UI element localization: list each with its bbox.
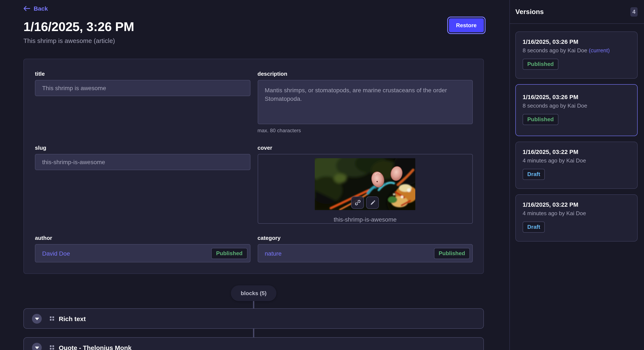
cover-filename: this-shrimp-is-awesome [334,216,397,223]
version-date: 1/16/2025, 03:26 PM [522,38,630,45]
accordion-toggle-button[interactable] [32,314,42,324]
block-accordion-quote: Quote - Thelonius Monk [24,337,484,350]
drag-handle-icon[interactable] [50,345,54,350]
version-meta-text: 8 seconds ago by Kai Doe [522,47,587,54]
form-grid: title description Mantis shrimps, or sto… [35,71,473,262]
version-meta: 8 seconds ago by Kai Doe [522,103,630,109]
author-status-badge: Published [212,248,247,259]
drag-handle-icon[interactable] [50,316,54,321]
category-status-badge: Published [434,248,470,259]
version-meta-text: 4 minutes ago by Kai Doe [522,157,586,164]
version-status-badge: Draft [522,222,545,233]
field-slug: slug [35,145,250,170]
edit-image-button[interactable] [366,196,379,209]
back-label: Back [34,5,48,12]
cover-box: this-shrimp-is-awesome [258,154,473,224]
blocks-pill: blocks (5) [231,285,276,301]
slug-input[interactable] [35,154,250,170]
chevron-down-icon [35,347,39,349]
version-meta: 4 minutes ago by Kai Doe [522,210,630,216]
author-link[interactable]: David Doe [42,250,70,257]
blocks-connector [253,301,254,308]
version-meta: 8 seconds ago by Kai Doe (current) [522,47,630,54]
blocks-zone: blocks (5) Rich text Quote - Thelonius M… [24,285,484,350]
description-hint: max. 80 characters [258,128,473,134]
author-label: author [35,235,250,241]
category-relation-box: nature Published [258,244,473,262]
version-date: 1/16/2025, 03:26 PM [522,94,630,100]
arrow-left-icon [24,6,30,11]
field-title: title [35,71,250,96]
restore-button[interactable]: Restore [449,18,484,32]
slug-label: slug [35,145,250,151]
chevron-down-icon [35,318,39,320]
author-relation-box: David Doe Published [35,244,250,262]
version-status-badge: Published [522,59,558,70]
field-description: description Mantis shrimps, or stomatopo… [258,71,473,134]
version-list: 1/16/2025, 03:26 PM 8 seconds ago by Kai… [510,24,644,251]
category-label: category [258,235,473,241]
version-card[interactable]: 1/16/2025, 03:22 PM 4 minutes ago by Kai… [515,142,638,189]
block-title: Rich text [59,315,86,322]
cover-label: cover [258,145,473,151]
version-meta-text: 8 seconds ago by Kai Doe [522,103,587,109]
title-input[interactable] [35,80,250,96]
version-card-selected[interactable]: 1/16/2025, 03:26 PM 8 seconds ago by Kai… [515,84,638,136]
version-date: 1/16/2025, 03:22 PM [522,201,630,208]
field-cover: cover [258,145,473,224]
description-textarea[interactable]: Mantis shrimps, or stomatopods, are mari… [258,80,473,124]
cover-actions [352,196,379,209]
main-content: Back 1/16/2025, 3:26 PM This shrimp is a… [0,0,510,350]
version-form-card: title description Mantis shrimps, or sto… [24,59,484,274]
page-title: 1/16/2025, 3:26 PM [24,19,484,34]
versions-title: Versions [515,8,544,15]
app-root: Back 1/16/2025, 3:26 PM This shrimp is a… [0,0,644,350]
versions-header: Versions 4 [510,0,644,24]
blocks-connector [253,329,254,337]
copy-link-button[interactable] [352,196,364,209]
version-card[interactable]: 1/16/2025, 03:26 PM 8 seconds ago by Kai… [515,31,638,79]
version-status-badge: Published [522,114,558,125]
pencil-icon [370,199,376,206]
category-link[interactable]: nature [265,250,282,257]
version-card[interactable]: 1/16/2025, 03:22 PM 4 minutes ago by Kai… [515,194,638,242]
link-icon [354,199,361,206]
cover-media [315,158,416,210]
field-category: category nature Published [258,235,473,262]
block-title: Quote - Thelonius Monk [59,344,132,350]
version-status-badge: Draft [522,169,545,180]
versions-count-badge: 4 [630,7,638,16]
current-tag: (current) [589,47,610,54]
version-meta-text: 4 minutes ago by Kai Doe [522,210,586,216]
description-label: description [258,71,473,77]
field-author: author David Doe Published [35,235,250,262]
versions-sidebar: Versions 4 1/16/2025, 03:26 PM 8 seconds… [510,0,644,350]
block-accordion-rich-text: Rich text [24,308,484,329]
title-label: title [35,71,250,77]
version-meta: 4 minutes ago by Kai Doe [522,157,630,164]
back-link[interactable]: Back [24,5,48,12]
accordion-toggle-button[interactable] [32,343,42,350]
page-subtitle: This shrimp is awesome (article) [24,37,484,44]
version-date: 1/16/2025, 03:22 PM [522,149,630,155]
